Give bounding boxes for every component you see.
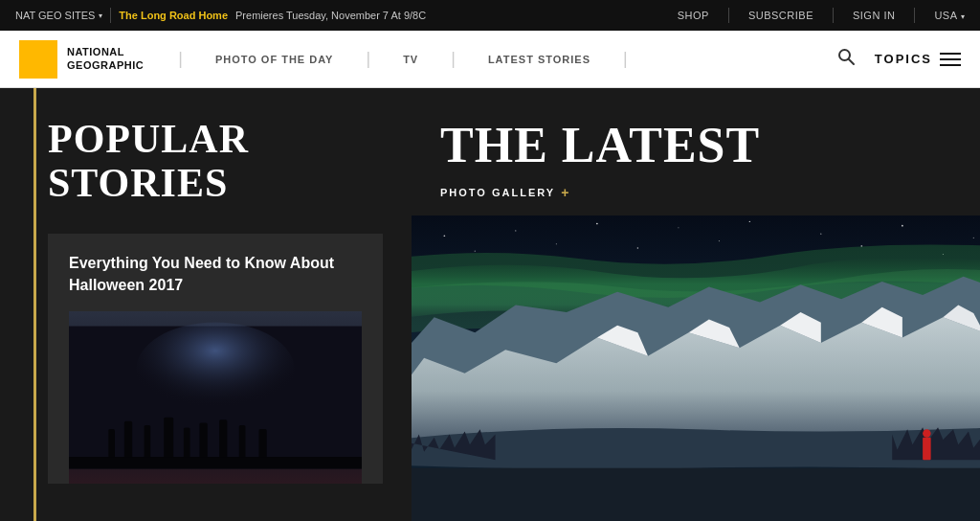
- svg-point-20: [749, 221, 750, 222]
- svg-rect-9: [184, 428, 190, 462]
- logo[interactable]: NATIONAL GEOGRAPHIC: [19, 40, 144, 79]
- svg-rect-30: [412, 468, 980, 521]
- svg-line-2: [849, 59, 854, 64]
- svg-point-27: [719, 240, 720, 241]
- svg-rect-12: [239, 425, 246, 461]
- search-icon: [836, 47, 856, 66]
- main-content: POPULARSTORIES Everything You Need to Kn…: [0, 88, 980, 521]
- aurora-photo: [412, 215, 980, 521]
- photo-gallery-tag[interactable]: PHOTO GALLERY +: [440, 185, 951, 200]
- svg-point-16: [444, 235, 446, 237]
- story-card[interactable]: Everything You Need to Know About Hallow…: [48, 234, 383, 484]
- photo-gallery-plus: +: [561, 185, 568, 200]
- svg-point-21: [820, 234, 821, 235]
- story-image: [69, 311, 362, 484]
- svg-point-26: [637, 247, 638, 248]
- search-button[interactable]: [836, 47, 856, 71]
- nav-right: TOPICS: [836, 47, 961, 71]
- svg-rect-13: [258, 429, 266, 461]
- region-selector[interactable]: USA ▾: [934, 10, 965, 21]
- aurora-illustration: [412, 215, 980, 521]
- hamburger-line: [940, 64, 961, 66]
- the-latest-panel: THE LATEST PHOTO GALLERY +: [412, 88, 980, 521]
- subscribe-link[interactable]: SUBSCRIBE: [748, 10, 813, 21]
- accent-border: [33, 88, 36, 521]
- photo-gallery-label: PHOTO GALLERY: [440, 187, 555, 198]
- story-illustration: [69, 311, 362, 484]
- logo-text: NATIONAL GEOGRAPHIC: [67, 46, 144, 71]
- photo-of-day-link[interactable]: PHOTO OF THE DAY: [198, 54, 351, 65]
- svg-point-32: [923, 429, 931, 438]
- svg-point-19: [678, 227, 679, 228]
- nav-divider: |: [366, 49, 370, 69]
- nav-divider: |: [178, 49, 183, 69]
- the-latest-title: THE LATEST: [440, 117, 951, 173]
- nav-divider: |: [451, 49, 456, 69]
- svg-rect-8: [164, 418, 173, 461]
- divider: [914, 8, 915, 23]
- top-bar: NAT GEO SITES ▾ The Long Road Home Premi…: [0, 0, 980, 31]
- svg-point-17: [515, 230, 516, 231]
- svg-rect-14: [69, 457, 362, 468]
- nat-geo-sites-label: NAT GEO SITES: [15, 10, 95, 21]
- svg-point-4: [136, 323, 294, 418]
- sign-in-link[interactable]: SIGN IN: [853, 10, 895, 21]
- latest-stories-link[interactable]: LATEST STORIES: [471, 54, 608, 65]
- svg-rect-11: [219, 419, 227, 461]
- svg-point-24: [475, 251, 476, 252]
- svg-point-23: [973, 238, 974, 238]
- divider: [833, 8, 834, 23]
- divider: [110, 8, 111, 23]
- hamburger-line: [940, 58, 961, 60]
- nav-links: PHOTO OF THE DAY | TV | LATEST STORIES |: [198, 49, 643, 69]
- shop-link[interactable]: SHOP: [678, 10, 709, 21]
- top-bar-right: SHOP SUBSCRIBE SIGN IN USA ▾: [678, 8, 965, 23]
- nat-geo-sites-menu[interactable]: NAT GEO SITES ▾: [15, 10, 102, 21]
- svg-rect-0: [24, 45, 53, 74]
- the-latest-header: THE LATEST PHOTO GALLERY +: [412, 88, 980, 215]
- nav-bar: NATIONAL GEOGRAPHIC | PHOTO OF THE DAY |…: [0, 31, 980, 88]
- svg-point-25: [556, 243, 557, 244]
- dropdown-arrow-icon: ▾: [99, 11, 102, 20]
- topics-label: TOPICS: [875, 52, 932, 66]
- popular-stories-title: POPULARSTORIES: [48, 117, 383, 205]
- promo-title-link[interactable]: The Long Road Home: [119, 10, 228, 21]
- svg-point-22: [902, 225, 903, 227]
- tv-link[interactable]: TV: [386, 54, 435, 65]
- svg-point-18: [596, 223, 598, 225]
- svg-rect-31: [923, 438, 931, 460]
- svg-rect-10: [199, 423, 207, 462]
- hamburger-line: [940, 53, 961, 55]
- top-bar-left: NAT GEO SITES ▾ The Long Road Home Premi…: [15, 8, 426, 23]
- logo-rectangle-icon: [24, 45, 53, 74]
- svg-rect-7: [145, 425, 151, 461]
- popular-stories-panel: POPULARSTORIES Everything You Need to Kn…: [0, 88, 412, 521]
- nav-divider: |: [623, 49, 628, 69]
- story-title: Everything You Need to Know About Hallow…: [69, 253, 362, 296]
- svg-rect-5: [108, 429, 115, 461]
- logo-box: [19, 40, 57, 79]
- topics-button[interactable]: TOPICS: [875, 52, 961, 66]
- svg-rect-6: [124, 421, 132, 461]
- hamburger-icon: [940, 53, 961, 66]
- promo-text: Premieres Tuesday, November 7 At 9/8C: [235, 10, 426, 21]
- popular-stories-inner: POPULARSTORIES Everything You Need to Kn…: [0, 88, 412, 503]
- divider: [728, 8, 729, 23]
- region-dropdown-icon: ▾: [961, 12, 966, 21]
